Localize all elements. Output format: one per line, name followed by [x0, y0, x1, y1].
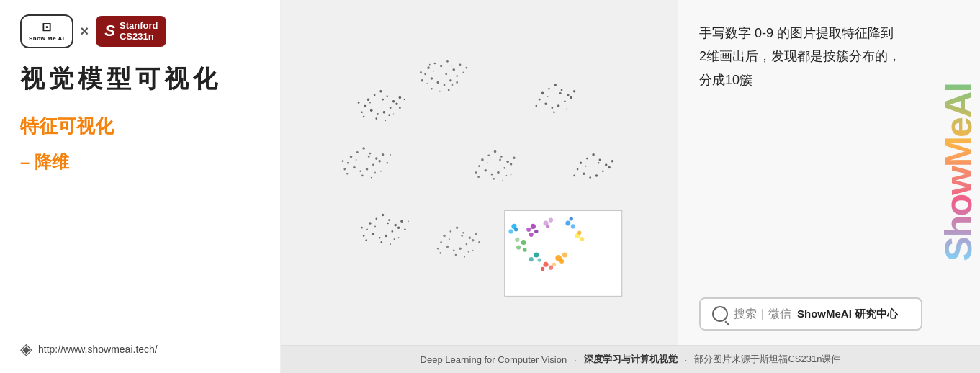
svg-point-134 — [502, 180, 503, 181]
svg-point-118 — [487, 154, 490, 156]
svg-point-19 — [448, 89, 450, 91]
svg-point-28 — [374, 94, 376, 96]
svg-point-84 — [363, 235, 365, 237]
svg-point-149 — [573, 90, 576, 93]
svg-point-212 — [514, 228, 518, 231]
svg-point-198 — [562, 253, 567, 258]
svg-point-105 — [466, 243, 468, 246]
svg-point-23 — [420, 71, 422, 73]
svg-point-152 — [566, 109, 567, 110]
svg-point-190 — [521, 240, 526, 245]
svg-point-183 — [531, 224, 536, 229]
svg-point-146 — [564, 101, 566, 103]
svg-point-32 — [364, 105, 367, 107]
svg-point-132 — [506, 175, 508, 176]
svg-point-18 — [439, 91, 441, 92]
svg-point-96 — [443, 235, 446, 238]
svg-point-42 — [389, 114, 390, 116]
svg-point-87 — [387, 223, 389, 225]
svg-point-91 — [365, 239, 367, 241]
svg-point-126 — [503, 167, 505, 169]
svg-point-93 — [404, 228, 406, 230]
svg-point-104 — [459, 247, 462, 250]
svg-point-29 — [379, 90, 382, 93]
svg-point-185 — [534, 230, 538, 233]
svg-point-59 — [372, 164, 374, 166]
svg-point-83 — [397, 226, 400, 229]
svg-point-147 — [570, 96, 572, 99]
svg-point-196 — [538, 258, 541, 261]
svg-point-30 — [386, 95, 388, 97]
svg-point-97 — [450, 230, 452, 233]
svg-point-57 — [359, 170, 361, 172]
stanford-name: Stanford — [120, 20, 158, 32]
svg-point-20 — [426, 83, 428, 84]
svg-point-3 — [440, 65, 443, 68]
svg-point-6 — [424, 73, 426, 76]
svg-point-10 — [449, 79, 452, 82]
svg-point-168 — [598, 162, 600, 164]
svg-point-159 — [577, 168, 579, 171]
svg-point-111 — [468, 251, 469, 253]
svg-point-194 — [534, 253, 539, 258]
description-text: 手写数字 0-9 的图片提取特征降到 2维画出后，发现都是按簇分布的， 分成10… — [699, 22, 958, 91]
svg-point-164 — [608, 166, 611, 169]
stanford-course: CS231n — [120, 31, 158, 42]
svg-point-2 — [434, 63, 436, 65]
svg-point-13 — [459, 63, 462, 66]
subtitle-dim-reduction: – 降维 — [20, 150, 260, 174]
svg-point-50 — [350, 156, 353, 158]
svg-point-157 — [599, 159, 601, 161]
showmeai-logo: ⊡ Show Me AI — [20, 14, 73, 48]
svg-point-107 — [437, 248, 439, 250]
svg-point-1 — [427, 66, 430, 69]
svg-point-108 — [475, 233, 477, 235]
scatter-plot — [295, 14, 663, 331]
svg-point-163 — [602, 170, 604, 172]
svg-point-156 — [592, 153, 595, 156]
svg-point-61 — [343, 168, 346, 171]
svg-point-203 — [577, 231, 581, 235]
svg-point-110 — [461, 235, 463, 237]
svg-point-80 — [379, 237, 381, 239]
watermark-area: ShowMeAI — [937, 0, 980, 345]
svg-point-103 — [453, 250, 455, 252]
svg-point-4 — [446, 60, 449, 63]
svg-point-161 — [589, 176, 591, 179]
svg-point-76 — [388, 219, 390, 221]
stanford-text-block: Stanford CS231n — [120, 20, 158, 42]
svg-point-31 — [392, 100, 395, 103]
svg-point-106 — [472, 239, 475, 242]
svg-point-8 — [436, 81, 439, 84]
svg-point-53 — [369, 153, 372, 155]
svg-point-160 — [583, 173, 585, 176]
website-row: ◈ http://www.showmeai.tech/ — [20, 340, 158, 359]
svg-point-77 — [394, 224, 397, 227]
svg-point-191 — [516, 245, 521, 249]
svg-point-119 — [494, 150, 497, 153]
svg-point-27 — [367, 98, 370, 101]
svg-point-43 — [375, 117, 377, 120]
svg-point-26 — [466, 67, 468, 69]
svg-point-35 — [383, 111, 386, 114]
svg-point-162 — [595, 174, 598, 177]
svg-point-62 — [382, 153, 385, 156]
svg-point-94 — [408, 220, 409, 222]
svg-point-153 — [553, 111, 555, 113]
svg-point-165 — [573, 175, 575, 177]
search-bar[interactable]: 搜索｜微信 ShowMeAI 研究中心 — [699, 297, 922, 331]
svg-point-115 — [472, 250, 474, 251]
svg-point-54 — [375, 157, 378, 160]
svg-point-98 — [456, 226, 459, 229]
svg-point-75 — [382, 214, 385, 217]
footer-text2: 深度学习与计算机视觉 — [584, 353, 678, 366]
watermark-text: ShowMeAI — [937, 84, 980, 261]
svg-point-211 — [508, 229, 513, 233]
svg-point-63 — [356, 159, 357, 161]
svg-point-142 — [539, 99, 541, 101]
svg-point-204 — [565, 220, 570, 225]
svg-point-40 — [369, 102, 371, 104]
svg-point-33 — [370, 109, 373, 112]
svg-point-0 — [406, 49, 476, 106]
svg-point-36 — [390, 107, 392, 109]
